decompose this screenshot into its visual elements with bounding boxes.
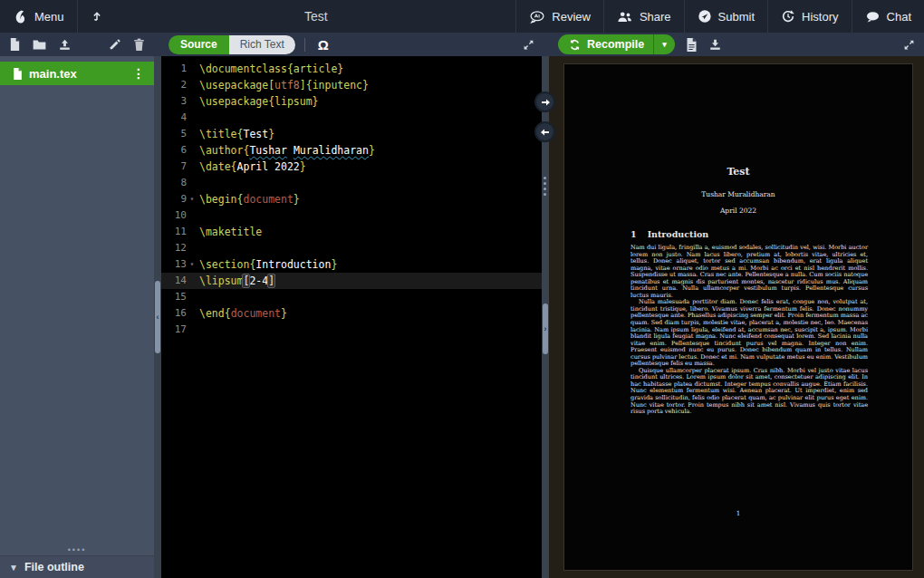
sidebar-editor-divider[interactable]: ‹ [154,56,161,578]
new-folder-icon[interactable] [33,39,46,51]
code-token: \begin{ [199,193,243,206]
compile-logs-icon[interactable] [686,38,698,52]
code-line[interactable]: 1\documentclass{article} [161,61,542,77]
upload-icon[interactable] [58,38,72,51]
pdf-collapse-handle[interactable]: › [543,303,548,354]
code-content [197,322,199,338]
sync-to-code-button[interactable] [534,121,555,142]
code-token: ]{inputenc} [300,79,369,92]
sidebar-collapse-handle[interactable]: ‹ [155,281,160,353]
history-button[interactable]: History [767,0,851,33]
code-line[interactable]: 10 [161,207,542,224]
fold-gutter [187,61,197,77]
code-line[interactable]: 6\author{Tushar Muralidharan} [161,142,542,159]
code-token: April 2022 [237,160,300,173]
topbar-actions: Review Share [515,0,924,33]
fold-gutter [187,77,197,93]
back-to-projects-button[interactable] [77,0,116,33]
line-number: 2 [161,77,187,93]
menu-label: Menu [34,10,64,24]
download-pdf-icon[interactable] [708,38,722,51]
pdf-date: April 2022 [564,207,912,215]
file-tree-empty-area [0,85,154,544]
source-mode-button[interactable]: Source [168,35,229,54]
code-token: \usepackage{lipsum} [199,95,319,108]
rename-pencil-icon[interactable] [109,38,121,51]
recompile-dropdown-caret[interactable]: ▾ [653,34,675,54]
code-line[interactable]: 15 [161,289,542,305]
symbol-palette-button[interactable]: Ω [314,37,332,53]
code-token: \documentclass{article} [199,63,343,75]
code-token: \section{ [199,258,255,271]
code-token: ] [268,275,274,287]
code-token: \author{ [199,144,249,157]
pdf-author: Tushar Muralidharan [564,190,912,198]
code-line[interactable]: 13▾\section{Introduction} [161,256,542,273]
file-tree-panel: main.tex ⋮ •••• ▼ File outline [0,56,154,578]
code-token: } [300,160,306,173]
code-line[interactable]: 9▾\begin{document} [161,191,542,207]
delete-trash-icon[interactable] [133,38,145,51]
line-number: 11 [161,224,187,240]
file-menu-kebab-icon[interactable]: ⋮ [132,67,145,80]
code-line[interactable]: 2\usepackage[utf8]{inputenc} [161,77,542,93]
share-button[interactable]: Share [603,0,684,33]
fold-gutter [187,240,197,256]
line-number: 14 [161,273,187,289]
chat-button[interactable]: Chat [852,0,924,33]
chevron-down-icon: ▼ [9,563,18,573]
text-cursor [274,275,275,286]
code-content: \usepackage[utf8]{inputenc} [197,77,369,93]
chat-icon [865,10,881,24]
line-number: 13 [161,256,187,273]
pane-resize-handle[interactable] [544,177,546,196]
file-name: main.tex [29,67,77,81]
fold-gutter [187,110,197,126]
submit-icon [698,9,712,24]
code-line[interactable]: 11\maketitle [161,224,542,240]
review-icon [529,10,545,24]
code-line[interactable]: 4 [161,110,542,126]
menu-button[interactable]: Menu [0,0,77,33]
code-token: Test [243,128,268,140]
code-editor[interactable]: 1\documentclass{article}2\usepackage[utf… [161,56,542,578]
code-content: \usepackage{lipsum} [197,93,319,110]
expand-editor-icon[interactable] [523,39,534,51]
editor-pdf-divider[interactable]: › [542,56,549,578]
code-line[interactable]: 3\usepackage{lipsum} [161,93,542,110]
code-line[interactable]: 16\end{document} [161,305,542,322]
new-file-icon[interactable] [9,38,21,51]
fold-arrow-icon[interactable]: ▾ [187,191,197,207]
code-line[interactable]: 17 [161,322,542,338]
pdf-preview-pane[interactable]: Test Tushar Muralidharan April 2022 1Int… [549,56,924,578]
pdf-paragraph: Nam dui ligula, fringilla a, euismod sod… [630,245,868,299]
submit-button[interactable]: Submit [684,0,767,33]
line-number: 7 [161,159,187,175]
toolbar-divider-right [542,33,549,56]
code-content: \maketitle [197,224,262,240]
code-line[interactable]: 8 [161,175,542,191]
file-tree-item-main-tex[interactable]: main.tex ⋮ [0,62,154,85]
pdf-title: Test [564,166,912,178]
line-number: 4 [161,110,187,126]
outline-resize-handle[interactable]: •••• [0,544,154,555]
code-line[interactable]: 12 [161,240,542,256]
code-line[interactable]: 5\title{Test} [161,126,542,142]
sync-to-pdf-button[interactable] [534,92,555,112]
code-content [197,289,199,305]
pdf-section-number: 1 [630,229,637,239]
code-line[interactable]: 7\date{April 2022} [161,159,542,175]
recompile-button[interactable]: Recompile [558,38,653,51]
code-line[interactable]: 14\lipsum[2-4] [161,273,542,289]
code-token: \maketitle [199,226,262,238]
file-outline-header[interactable]: ▼ File outline [0,555,154,578]
fold-gutter [187,273,197,289]
code-content [197,207,199,224]
file-outline-label: File outline [24,561,84,573]
code-token: \title{ [199,128,243,140]
fold-arrow-icon[interactable]: ▾ [187,256,197,273]
expand-pdf-icon[interactable] [903,39,915,51]
line-number: 15 [161,289,187,305]
rich-text-mode-button[interactable]: Rich Text [229,35,295,54]
review-button[interactable]: Review [515,0,603,33]
